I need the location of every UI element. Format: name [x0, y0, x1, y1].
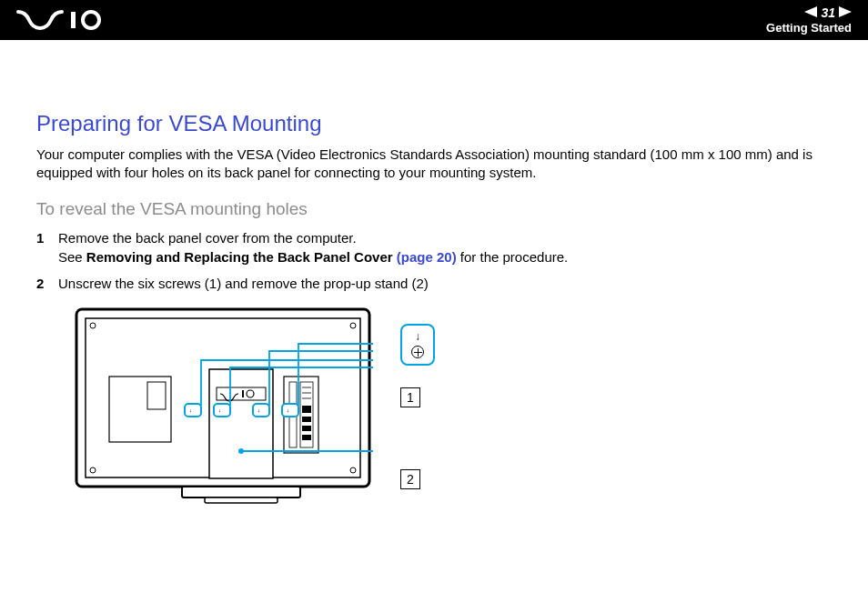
page-number: 31	[821, 5, 835, 20]
svg-rect-0	[71, 12, 76, 28]
svg-point-36	[238, 448, 244, 454]
page-content: Preparing for VESA Mounting Your compute…	[0, 40, 868, 506]
svg-rect-28	[185, 404, 201, 417]
step-1-suffix: for the procedure.	[457, 249, 569, 265]
step-1-link[interactable]: (page 20)	[397, 249, 457, 265]
step-2-line1: Unscrew the six screws (1) and remove th…	[58, 276, 429, 291]
callout-number-2: 2	[400, 469, 420, 489]
vaio-logo	[16, 10, 107, 30]
svg-text:↓: ↓	[189, 407, 192, 413]
svg-marker-3	[839, 6, 852, 17]
step-1: Remove the back panel cover from the com…	[36, 228, 832, 266]
steps-list: Remove the back panel cover from the com…	[36, 228, 832, 293]
svg-text:↓: ↓	[287, 407, 289, 413]
svg-rect-13	[217, 387, 266, 400]
svg-rect-26	[182, 487, 300, 497]
svg-rect-11	[147, 382, 166, 409]
svg-rect-27	[205, 497, 278, 503]
figure-area: ↓ ↓ ↓ ↓ ↓ 1	[73, 306, 832, 506]
next-page-arrow-icon[interactable]	[839, 6, 852, 20]
prev-page-arrow-icon[interactable]	[804, 6, 817, 20]
header-nav-area: 31 Getting Started	[766, 5, 852, 35]
svg-rect-25	[302, 435, 311, 440]
header-bar: 31 Getting Started	[0, 0, 868, 40]
svg-rect-24	[302, 426, 311, 431]
step-1-bold: Removing and Replacing the Back Panel Co…	[86, 249, 397, 265]
svg-rect-14	[242, 390, 244, 397]
diagram-monitor-back: ↓ ↓ ↓ ↓	[73, 306, 373, 506]
svg-point-1	[83, 12, 99, 28]
svg-text:↓: ↓	[257, 407, 260, 413]
step-1-line1: Remove the back panel cover from the com…	[58, 230, 357, 246]
svg-rect-31	[282, 404, 298, 417]
intro-paragraph: Your computer complies with the VESA (Vi…	[36, 146, 832, 183]
svg-rect-23	[302, 417, 311, 422]
arrow-down-icon: ↓	[415, 331, 420, 342]
page-title: Preparing for VESA Mounting	[36, 111, 832, 136]
svg-rect-30	[253, 404, 269, 417]
svg-text:↓: ↓	[218, 407, 221, 413]
callouts-column: ↓ 1 2	[400, 324, 435, 489]
step-2: Unscrew the six screws (1) and remove th…	[36, 274, 832, 293]
svg-rect-22	[302, 406, 311, 413]
screw-callout-bubble: ↓	[400, 324, 435, 366]
svg-marker-2	[804, 6, 817, 17]
screw-icon	[411, 346, 424, 358]
subtitle: To reveal the VESA mounting holes	[36, 199, 832, 219]
callout-number-1: 1	[400, 387, 420, 407]
step-1-line2-prefix: See	[58, 249, 86, 265]
svg-rect-12	[209, 369, 273, 478]
svg-rect-29	[214, 404, 230, 417]
section-label: Getting Started	[766, 21, 852, 35]
